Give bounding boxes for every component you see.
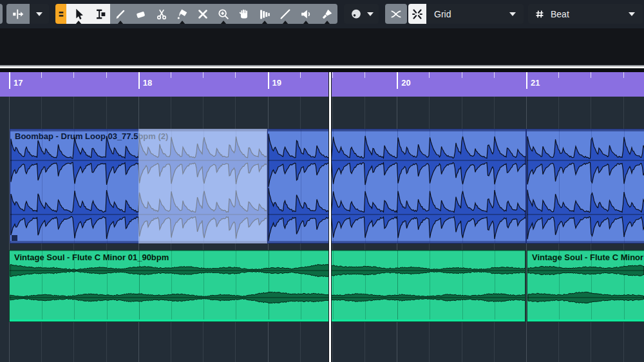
tool-submenu-notch: [303, 21, 309, 24]
clip-grid-line: [591, 129, 592, 243]
grid-type-dropdown[interactable]: Beat: [528, 4, 643, 24]
line-tool[interactable]: [275, 4, 296, 24]
info-strip: [0, 28, 644, 65]
zoom-tool[interactable]: [213, 4, 234, 24]
ruler-bar-number: 20: [401, 78, 410, 88]
tool-submenu-notch: [261, 21, 268, 24]
chevron-down-icon: [629, 12, 635, 16]
clip-bottom-border: [10, 319, 525, 321]
hand-icon: [237, 7, 251, 21]
ruler-beat-tick: [73, 72, 74, 78]
tool-submenu-notch: [117, 21, 124, 24]
range-selection-overlay[interactable]: [138, 129, 267, 243]
ruler-beat-tick: [203, 72, 204, 78]
chevron-down-icon: [36, 12, 43, 16]
audio-event[interactable]: Vintage Soul - Flute C Minor 01_90bpm: [9, 250, 526, 322]
ruler-beat-tick: [623, 72, 624, 78]
zoom-icon: [216, 7, 231, 21]
color-tool[interactable]: [316, 4, 337, 24]
ruler-bar-tick: [268, 72, 269, 89]
chevron-down-icon: [509, 12, 516, 16]
toolbar-partial-button[interactable]: [0, 4, 3, 24]
ruler-bar-tick: [138, 72, 140, 89]
clip-top-border: [10, 251, 525, 251]
erase-tool[interactable]: [131, 4, 151, 24]
clip-grid-line: [397, 129, 398, 243]
ruler-beat-tick: [41, 72, 42, 78]
comp-icon: [258, 7, 272, 21]
ruler-beat-tick: [591, 72, 591, 78]
range-selection-icon: [93, 7, 108, 21]
color-palette-icon: [349, 7, 363, 21]
split-tool[interactable]: [151, 4, 172, 24]
ruler-bar-tick: [9, 72, 10, 89]
grid-type-label: Beat: [551, 9, 569, 19]
autoscroll-dropdown[interactable]: [30, 4, 49, 24]
clip-title: Vintage Soul - Flute C Minor 01_90bpm: [14, 252, 169, 262]
split-icon: [155, 7, 169, 21]
tool-submenu-notch: [282, 21, 289, 24]
combined-selection-toggle[interactable]: [55, 4, 66, 24]
clip-grid-line: [236, 251, 236, 321]
clip-grid-line: [397, 251, 398, 321]
range-selection-tool[interactable]: [91, 4, 110, 24]
clip-grid-line: [74, 129, 75, 243]
clip-grid-line: [365, 129, 366, 243]
ruler-beat-tick: [558, 72, 559, 78]
color-menu-dropdown[interactable]: [344, 4, 379, 24]
glue-tool[interactable]: [172, 4, 193, 24]
event-resize-handle[interactable]: [12, 235, 17, 241]
object-selection-tool[interactable]: [66, 4, 91, 24]
clip-grid-line: [430, 251, 430, 321]
ruler-beat-tick: [462, 72, 462, 78]
clip-grid-line: [301, 129, 301, 243]
ruler-beat-tick: [235, 72, 236, 78]
clip-grid-line: [365, 251, 366, 321]
snap-type-label: Grid: [434, 9, 451, 19]
waveform: [527, 129, 644, 243]
audition-icon: [299, 7, 313, 21]
audio-event[interactable]: [267, 129, 526, 243]
clip-grid-line: [42, 129, 43, 243]
autoscroll-button[interactable]: [6, 4, 30, 24]
audio-event[interactable]: [526, 129, 644, 243]
clip-grid-line: [495, 129, 495, 243]
mute-tool[interactable]: [193, 4, 213, 24]
ruler-beat-tick: [365, 72, 365, 78]
clip-bottom-border: [268, 241, 526, 243]
tool-submenu-notch: [220, 21, 227, 24]
ruler-bar-number: 21: [531, 78, 540, 88]
clip-grid-line: [430, 129, 430, 243]
ruler-bar-tick: [526, 72, 527, 89]
clip-grid-line: [171, 251, 172, 321]
clip-grid-line: [333, 129, 334, 243]
draw-icon: [113, 7, 128, 21]
audio-event[interactable]: Vintage Soul - Flute C Minor 01_90bpm: [527, 250, 644, 322]
snap-toggle[interactable]: [408, 4, 426, 24]
line-icon: [278, 7, 292, 21]
hand-tool[interactable]: [234, 4, 254, 24]
arrange-canvas[interactable]: Boombap - Drum Loop 03_77.5bpm (2)Vintag…: [0, 97, 644, 362]
timeline-ruler[interactable]: 1718192021: [0, 72, 644, 97]
color-icon: [320, 7, 334, 21]
ruler-beat-tick: [106, 72, 107, 78]
autofades-button[interactable]: [385, 4, 407, 24]
clip-grid-line: [301, 251, 301, 321]
clip-grid-line: [269, 251, 269, 321]
draw-tool[interactable]: [110, 4, 131, 24]
clip-grid-line: [333, 251, 334, 321]
ruler-bar-number: 18: [143, 78, 152, 88]
object-selection-icon: [71, 7, 86, 21]
glue-icon: [175, 7, 189, 21]
auto-scroll-icon: [11, 7, 25, 21]
clip-grid-line: [495, 251, 495, 321]
tool-submenu-notch: [75, 21, 82, 24]
chevron-down-icon: [367, 12, 374, 16]
snap-type-dropdown[interactable]: Grid: [426, 4, 524, 24]
playhead-cursor[interactable]: [328, 72, 332, 362]
comp-tool[interactable]: [254, 4, 275, 24]
daw-window: Grid Beat 1718192021 Boombap - Drum Loop…: [0, 0, 644, 362]
audition-tool[interactable]: [296, 4, 316, 24]
ruler-beat-tick: [494, 72, 495, 78]
mute-icon: [196, 7, 210, 21]
